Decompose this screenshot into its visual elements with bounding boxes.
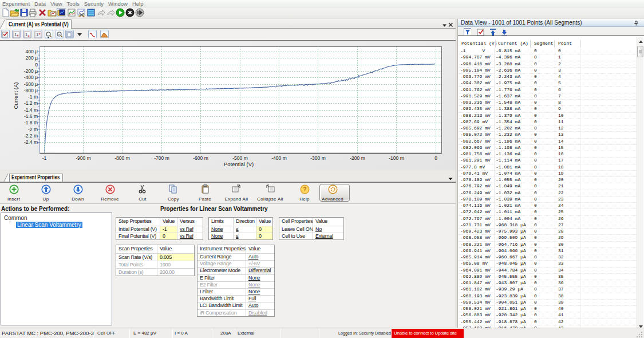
svg-text:-600 µ: -600 µ [24, 81, 38, 87]
svg-text:-2.2 m: -2.2 m [24, 133, 38, 139]
svg-text:-1.8 m: -1.8 m [24, 120, 38, 125]
svg-text:0: 0 [35, 62, 38, 68]
svg-text:-400 µ: -400 µ [24, 74, 38, 80]
svg-text:-800 m: -800 m [114, 155, 129, 161]
svg-text:-300 m: -300 m [310, 155, 325, 161]
svg-text:-2 m: -2 m [28, 127, 38, 132]
svg-text:-100 m: -100 m [389, 155, 404, 161]
svg-text:400 µ: 400 µ [26, 49, 38, 54]
svg-text:Current (A): Current (A) [13, 82, 19, 109]
svg-text:-900 m: -900 m [76, 155, 90, 161]
svg-text:-800 µ: -800 µ [24, 88, 38, 93]
svg-text:1: 1 [14, 32, 17, 37]
svg-text:Potential (V): Potential (V) [224, 161, 254, 167]
svg-text:-1: -1 [42, 155, 47, 161]
svg-text:-200 µ: -200 µ [24, 68, 38, 74]
svg-text:1: 1 [36, 32, 39, 37]
svg-text:-400 m: -400 m [271, 155, 286, 161]
svg-text:-1.4 m: -1.4 m [24, 107, 38, 113]
svg-text:-2.4 m: -2.4 m [24, 139, 38, 145]
svg-text:-1.2 m: -1.2 m [24, 100, 38, 106]
svg-text:-600 m: -600 m [193, 155, 208, 161]
svg-text:0: 0 [434, 155, 437, 161]
svg-text:1: 1 [25, 32, 28, 37]
svg-text:-1.6 m: -1.6 m [24, 113, 38, 119]
svg-text:200 µ: 200 µ [26, 55, 38, 61]
svg-text:-700 m: -700 m [154, 155, 169, 161]
svg-text:-1 m: -1 m [28, 94, 38, 100]
svg-text:-500 m: -500 m [232, 155, 247, 161]
svg-text:-200 m: -200 m [350, 155, 365, 161]
svg-text:?: ? [303, 186, 306, 192]
